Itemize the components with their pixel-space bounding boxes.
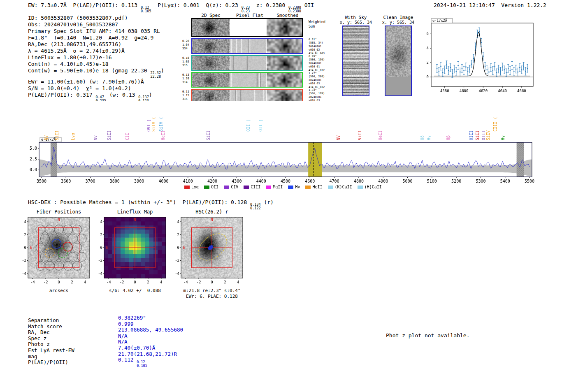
stat-line: 0.18 bbox=[182, 56, 189, 60]
cutout-left-stats: 0.111.15315 bbox=[182, 90, 189, 101]
cutout-row bbox=[191, 72, 303, 88]
legend-swatch bbox=[288, 186, 293, 189]
info-text: ) bbox=[161, 67, 164, 74]
legend-label: CIV bbox=[231, 185, 238, 189]
clean-image-title: Clean Image bbox=[380, 15, 417, 20]
match-row-value: 21.70(21.68,21.72)R bbox=[118, 351, 183, 357]
cutout-right-info: 0.51"(565, 34)20240701v016_02414_RL_003 bbox=[309, 38, 325, 55]
spec2d-canvas bbox=[192, 19, 230, 36]
match-value-text: 0.999 bbox=[118, 321, 134, 327]
hsc-caption-1: m:21.8 re:2.3" s:0.4" bbox=[177, 288, 247, 293]
match-row-label: Match score bbox=[28, 324, 74, 330]
spec2d-canvas bbox=[192, 73, 230, 87]
info-line: RA,Dec (213.086731,49.655716) bbox=[28, 41, 164, 48]
header-text: z: 0.2380 bbox=[250, 2, 288, 8]
frame-info-line: v016_02 bbox=[309, 48, 325, 51]
col-title-pixel-flat: Pixel Flat bbox=[231, 13, 268, 18]
header-text: P(Lyα): 0.001 Q(z): 0.23 bbox=[151, 2, 242, 8]
phot-z-note: Phot z plot not available. bbox=[386, 332, 470, 339]
match-value-text: 0.112 bbox=[118, 357, 137, 363]
info-line: ID: 5003532807 (5003532807.pdf) bbox=[28, 15, 164, 21]
stat-line: 314 bbox=[182, 81, 189, 84]
pixelflat-canvas bbox=[230, 56, 266, 70]
match-row-value: 7.40(±0.70)Å bbox=[118, 345, 183, 351]
frame-info-line: (566, 208) bbox=[309, 75, 325, 78]
frame-info-line: 20240701 bbox=[309, 95, 325, 99]
fiber-positions-plot bbox=[16, 215, 95, 287]
legend-label: Lyα bbox=[191, 185, 199, 189]
spec2d-canvas bbox=[192, 56, 230, 70]
frame-info-line: 0.99" bbox=[309, 55, 325, 58]
header-fraction: 0.230.23 bbox=[242, 6, 250, 13]
match-row-value: 213.086885, 49.655680 bbox=[118, 327, 183, 333]
match-table-labels: SeparationMatch scoreRA, DecSpec zPhoto … bbox=[28, 318, 74, 366]
hsc-cutout-plot bbox=[170, 215, 248, 287]
with-sky-title: With Sky bbox=[337, 15, 374, 20]
col-title-2d-spec: 2D Spec bbox=[191, 13, 230, 18]
fiber-xlabel: arcsecs bbox=[28, 288, 90, 293]
pixelflat-canvas bbox=[230, 19, 266, 36]
hsc-panel-title: HSC(26.2) r bbox=[181, 209, 243, 215]
info-line: Cont(n) = 4.10(±0.45)e-18 bbox=[28, 61, 164, 67]
frame-info-line: (565, 34) bbox=[309, 41, 325, 44]
cutout-right-info: 1.27"(566, 208)20240701v016_03414_RL_022 bbox=[309, 72, 325, 89]
cutout-left-stats: 0.131.26314 bbox=[182, 73, 189, 84]
info-line: Primary Spec_Slot_IFU_AMP: 414_038_035_R… bbox=[28, 28, 164, 35]
match-row-value: N/A bbox=[118, 333, 183, 339]
frame-info-line: 1.27" bbox=[309, 72, 325, 75]
info-line: EWr = 11.00(±1.60) (w: 7.90(±0.76))Å bbox=[28, 79, 164, 85]
lineflux-caption: s/b: 4.02 +/- 0.088 bbox=[104, 288, 166, 293]
pixelflat-canvas bbox=[230, 39, 266, 53]
clean-image-coords: x, y: 565, 34 bbox=[380, 20, 417, 25]
stat-line: 315 bbox=[182, 64, 189, 67]
info-line: λ = 4615.25Å σ = 2.74(±0.29)Å bbox=[28, 48, 164, 54]
match-value-text: 0.382269" bbox=[118, 315, 146, 321]
legend-label: CIII bbox=[251, 185, 260, 189]
cutout-row bbox=[191, 55, 303, 71]
legend-swatch bbox=[328, 186, 333, 189]
hsc-match-fraction: 0.1340.122 bbox=[250, 203, 261, 210]
hetdex-detection-report: EW: 7.3±0.7Å P(LAE)/P(OII): 0.113 0.120.… bbox=[0, 0, 576, 392]
info-line: S/N = 10.0(±0.4) χ² = 1.0(±0.2) bbox=[28, 85, 164, 92]
sub-value: 0.105 bbox=[141, 9, 151, 13]
match-row-value: 0.382269" bbox=[118, 315, 183, 321]
sub-value: 22.28 bbox=[150, 75, 161, 79]
legend-label: Hγ bbox=[295, 185, 300, 189]
legend-item: CIII bbox=[244, 185, 260, 189]
info-text: (w: 0.13 bbox=[106, 92, 138, 98]
stat-line: 315 bbox=[182, 97, 189, 101]
match-row-label: mag bbox=[28, 354, 74, 360]
match-row-label: Photo z bbox=[28, 341, 74, 348]
stat-line: 1.62 bbox=[182, 60, 189, 64]
line-fit-plot bbox=[415, 18, 538, 96]
cutout-right-info: 0.99"(566, 199)20240701v016_01414_RL_022 bbox=[309, 55, 325, 72]
pixelflat-canvas bbox=[230, 73, 266, 87]
legend-swatch bbox=[204, 186, 209, 189]
match-row-value: N/A bbox=[118, 339, 183, 345]
info-text: Obs: 20240701v016_5003532807 bbox=[28, 21, 118, 28]
stat-line: 1.15 bbox=[182, 94, 189, 97]
match-table-values: 0.382269"0.999213.086885, 49.655680N/AN/… bbox=[118, 315, 183, 368]
frame-info-line: 20240701 bbox=[309, 79, 325, 82]
info-line: F=1.8" T=0.140 N=1.20 A=0.92 g=24.9 bbox=[28, 35, 164, 41]
smoothed-canvas bbox=[267, 73, 302, 87]
sub-value: 0.105 bbox=[137, 364, 147, 368]
legend-item: (K)CaII bbox=[328, 185, 352, 189]
legend-label: (K)CaII bbox=[335, 185, 352, 189]
full-spectrum-plot bbox=[24, 101, 540, 186]
info-text: S/N = 10.0(±0.4) χ² = 1.0(±0.2) bbox=[28, 85, 131, 91]
legend-label: MgII bbox=[273, 185, 283, 189]
header-summary: EW: 7.3±0.7Å P(LAE)/P(OII): 0.113 0.120.… bbox=[28, 2, 314, 13]
match-value-text: 213.086885, 49.655680 bbox=[118, 327, 183, 333]
legend-swatch bbox=[358, 186, 363, 189]
match-value-text: 21.70(21.68,21.72)R bbox=[118, 351, 177, 357]
frame-info-line: Weighted bbox=[309, 20, 325, 24]
info-text: λ = 4615.25Å σ = 2.74(±0.29)Å bbox=[28, 48, 125, 54]
legend-item: MgII bbox=[266, 185, 283, 189]
info-text: ID: 5003532807 (5003532807.pdf) bbox=[28, 15, 128, 21]
cutout-right-info: WeightedSum bbox=[309, 20, 325, 28]
hsc-match-summary: HSC-DEX : Possible Matches = 1 (within +… bbox=[28, 199, 274, 210]
legend-item: OII bbox=[204, 185, 218, 189]
legend-label: HeII bbox=[312, 185, 322, 189]
spec2d-canvas bbox=[192, 39, 230, 53]
